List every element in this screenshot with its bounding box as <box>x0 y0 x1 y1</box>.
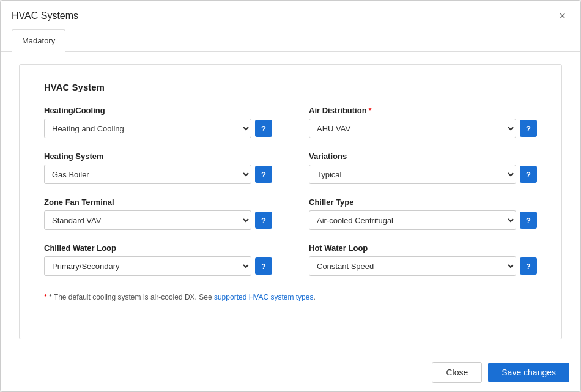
footnote-text-before: * The default cooling system is air-cool… <box>49 293 214 301</box>
help-btn-hot-water[interactable]: ? <box>520 257 537 275</box>
select-chilled-water[interactable]: Primary/Secondary Primary Only None <box>44 256 251 276</box>
field-group-heating-cooling: Heating/Cooling Heating and Cooling Cool… <box>44 106 272 138</box>
label-zone-fan: Zone Fan Terminal <box>44 198 272 207</box>
row-variations: Typical Custom ? <box>309 165 537 184</box>
field-group-heating-system: Heating System Gas Boiler Electric Heat … <box>44 152 272 184</box>
tab-mandatory[interactable]: Madatory <box>12 29 65 52</box>
label-heating-cooling: Heating/Cooling <box>44 106 272 115</box>
content-panel: HVAC System Heating/Cooling Heating and … <box>19 64 562 339</box>
label-heating-system: Heating System <box>44 152 272 161</box>
field-group-zone-fan: Zone Fan Terminal Standard VAV Fan Power… <box>44 198 272 230</box>
label-chiller: Chiller Type <box>309 198 537 207</box>
select-variations[interactable]: Typical Custom <box>309 165 516 184</box>
row-heating-system: Gas Boiler Electric Heat Pump None ? <box>44 165 272 184</box>
select-zone-fan[interactable]: Standard VAV Fan Powered VAV None <box>44 210 251 230</box>
footnote: * * The default cooling system is air-co… <box>44 293 537 301</box>
label-hot-water: Hot Water Loop <box>309 243 537 253</box>
select-heating-cooling[interactable]: Heating and Cooling Cooling Only Heating… <box>44 119 251 138</box>
dialog-header: HVAC Systems × <box>1 1 580 29</box>
footnote-link[interactable]: supported HVAC system types <box>214 293 314 301</box>
help-btn-chiller[interactable]: ? <box>520 212 537 229</box>
row-zone-fan: Standard VAV Fan Powered VAV None ? <box>44 210 272 230</box>
help-btn-variations[interactable]: ? <box>520 166 537 183</box>
tabs-bar: Madatory <box>1 29 580 52</box>
label-chilled-water: Chilled Water Loop <box>44 243 272 253</box>
select-hot-water[interactable]: Constant Speed Variable Speed None <box>309 256 516 276</box>
help-btn-zone-fan[interactable]: ? <box>255 212 272 229</box>
dialog-body: HVAC System Heating/Cooling Heating and … <box>1 52 580 353</box>
footnote-asterisk: * <box>44 293 47 301</box>
field-group-chiller: Chiller Type Air-cooled Centrifugal Wate… <box>309 198 537 230</box>
dialog-footer: Close Save changes <box>1 353 580 391</box>
label-air-distribution: Air Distribution* <box>309 106 537 115</box>
save-changes-button[interactable]: Save changes <box>488 363 569 382</box>
fields-grid: Heating/Cooling Heating and Cooling Cool… <box>44 106 537 276</box>
required-marker-air: * <box>369 106 372 115</box>
help-btn-air-distribution[interactable]: ? <box>520 120 537 137</box>
select-air-distribution[interactable]: AHU VAV FCU DOAS Radiant <box>309 119 516 138</box>
row-chiller: Air-cooled Centrifugal Water-cooled Cent… <box>309 210 537 230</box>
dialog-close-icon[interactable]: × <box>555 9 569 23</box>
footnote-text-after: . <box>313 293 315 301</box>
hvac-dialog: HVAC Systems × Madatory HVAC System Heat… <box>0 0 581 392</box>
dialog-title: HVAC Systems <box>12 10 78 21</box>
row-air-distribution: AHU VAV FCU DOAS Radiant ? <box>309 119 537 138</box>
field-group-chilled-water: Chilled Water Loop Primary/Secondary Pri… <box>44 243 272 276</box>
field-group-hot-water: Hot Water Loop Constant Speed Variable S… <box>309 243 537 276</box>
row-heating-cooling: Heating and Cooling Cooling Only Heating… <box>44 119 272 138</box>
label-variations: Variations <box>309 152 537 161</box>
field-group-variations: Variations Typical Custom ? <box>309 152 537 184</box>
field-group-air-distribution: Air Distribution* AHU VAV FCU DOAS Radia… <box>309 106 537 138</box>
close-button[interactable]: Close <box>432 362 482 383</box>
help-btn-chilled-water[interactable]: ? <box>255 257 272 275</box>
select-chiller[interactable]: Air-cooled Centrifugal Water-cooled Cent… <box>309 210 516 230</box>
help-btn-heating-system[interactable]: ? <box>255 166 272 183</box>
section-title: HVAC System <box>44 82 537 92</box>
row-hot-water: Constant Speed Variable Speed None ? <box>309 256 537 276</box>
select-heating-system[interactable]: Gas Boiler Electric Heat Pump None <box>44 165 251 184</box>
row-chilled-water: Primary/Secondary Primary Only None ? <box>44 256 272 276</box>
help-btn-heating-cooling[interactable]: ? <box>255 120 272 137</box>
